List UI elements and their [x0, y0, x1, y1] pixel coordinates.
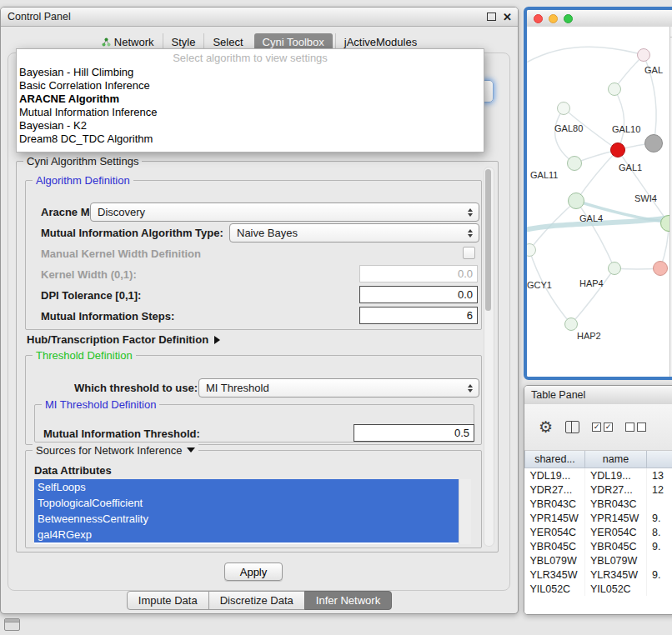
network-view-window: GALGAL80GAL10GAL11GAL1SWI4GAL4GCY1HAP4HA… [524, 7, 672, 380]
close-traffic-light[interactable] [534, 14, 543, 23]
table-row[interactable]: YBR045CYBR045C9. [525, 539, 672, 553]
graph-node[interactable] [608, 262, 621, 275]
table-row[interactable]: YLR345WYLR345W9. [525, 568, 672, 582]
dpi-tolerance-label: DPI Tolerance [0,1]: [41, 289, 141, 302]
settings-group-title: Cyni Algorithm Settings [23, 155, 142, 168]
hub-definition-label: Hub/Transcription Factor Definition [27, 333, 208, 346]
column-header-shared-name[interactable]: shared... [525, 451, 585, 468]
which-threshold-select[interactable]: MI Threshold [198, 378, 479, 398]
cyni-algorithm-settings-group: Cyni Algorithm Settings Algorithm Defini… [16, 161, 499, 552]
zoom-traffic-light[interactable] [564, 14, 573, 23]
graph-node[interactable] [610, 142, 625, 158]
settings-scrollbar-thumb[interactable] [485, 169, 491, 311]
sources-group: Sources for Network Inference Data Attri… [25, 450, 482, 548]
algorithm-definition-group: Algorithm Definition Aracne Mode: Discov… [25, 180, 482, 330]
graph-node[interactable] [557, 102, 570, 115]
table-panel-toolbar: ⚙ ✓ ✓ [524, 404, 672, 451]
hub-definition-expander[interactable]: Hub/Transcription Factor Definition [27, 333, 220, 346]
mi-threshold-definition-group: MI Threshold Definition Mutual Informati… [34, 404, 474, 442]
apply-button[interactable]: Apply [224, 562, 283, 581]
attribute-item-selected[interactable]: gal4RGexp [34, 527, 459, 542]
data-attributes-label: Data Attributes [34, 464, 112, 477]
graph-node-label: GCY1 [527, 280, 552, 290]
dpi-tolerance-field[interactable] [359, 286, 478, 303]
table-row[interactable]: YBR043CYBR043C [525, 497, 672, 511]
algorithm-definition-title: Algorithm Definition [33, 174, 133, 187]
mi-threshold-label: Mutual Information Threshold: [43, 428, 200, 440]
table-panel-window: Table Panel ⚙ ✓ ✓ shared... name [524, 385, 672, 615]
graph-node[interactable] [653, 261, 668, 276]
graph-node-label: HAP2 [577, 331, 601, 341]
table-row[interactable]: YBL079WYBL079W [525, 553, 672, 568]
network-window-titlebar[interactable] [527, 10, 672, 28]
attribute-item-selected[interactable]: TopologicalCoefficient [34, 495, 459, 511]
minimize-traffic-light[interactable] [549, 14, 558, 23]
screen: Control Panel ✕ Network Style Select Cyn… [0, 0, 672, 635]
data-attributes-list: SelfLoops TopologicalCoefficient Between… [34, 479, 471, 544]
sources-title: Sources for Network Inference [33, 444, 198, 457]
restore-panel-icon[interactable] [4, 618, 20, 631]
cyni-mode-tabs: Impute Data Discretize Data Infer Networ… [1, 591, 518, 610]
dropdown-item-highlighted[interactable]: ARACNE Algorithm [17, 92, 484, 106]
manual-kernel-width-checkbox[interactable] [463, 247, 475, 259]
network-tab-icon [102, 38, 111, 47]
collapse-down-icon [187, 448, 195, 452]
mi-steps-field[interactable] [359, 307, 478, 324]
mi-steps-label: Mutual Information Steps: [41, 310, 174, 322]
combo-arrows-icon [464, 229, 476, 238]
close-icon[interactable]: ✕ [503, 12, 512, 22]
select-all-columns-icon[interactable]: ✓ ✓ [592, 422, 613, 432]
node-table: shared... name YDL19...YDL19...13YDR27..… [524, 451, 672, 614]
graph-node-label: GAL11 [530, 170, 558, 180]
kernel-width-field[interactable] [359, 265, 478, 282]
table-row[interactable]: YIL052CYIL052C [525, 582, 672, 596]
network-canvas[interactable]: GALGAL80GAL10GAL11GAL1SWI4GAL4GCY1HAP4HA… [527, 27, 672, 377]
settings-scrollbar[interactable] [484, 167, 494, 547]
dropdown-item[interactable]: Bayesian - Hill Climbing [17, 66, 484, 79]
combo-arrows-icon [464, 208, 476, 217]
combo-arrows-icon [464, 384, 476, 392]
dropdown-item[interactable]: Bayesian - K2 [17, 119, 484, 132]
control-panel-title: Control Panel [1, 11, 71, 22]
manual-kernel-width-label: Manual Kernel Width Definition [41, 248, 201, 260]
attribute-list-scrollbar[interactable] [459, 479, 471, 544]
graph-node[interactable] [644, 134, 663, 152]
table-row[interactable]: YDL19...YDL19...13 [525, 468, 672, 483]
table-row[interactable]: YER054CYER054C8. [525, 525, 672, 539]
tab-impute-data[interactable]: Impute Data [127, 591, 209, 610]
aracne-mode-select[interactable]: Discovery [90, 202, 479, 222]
column-header-cut[interactable] [647, 451, 672, 468]
attribute-item-selected[interactable]: BetweennessCentrality [34, 511, 459, 527]
algorithm-dropdown-popup: Select algorithm to view settings Bayesi… [16, 48, 484, 152]
mi-algorithm-type-select[interactable]: Naive Bayes [229, 223, 479, 242]
column-chooser-icon[interactable] [565, 421, 579, 433]
graph-node-label: GAL [644, 65, 663, 75]
table-row[interactable]: YDR27...YDR27...12 [525, 482, 672, 497]
attribute-item-selected[interactable]: SelfLoops [34, 479, 459, 495]
expand-right-icon [214, 336, 220, 344]
dropdown-item[interactable]: Mutual Information Inference [17, 106, 484, 119]
node-table-body: YDL19...YDL19...13YDR27...YDR27...12YBR0… [525, 468, 672, 597]
table-panel-titlebar[interactable]: Table Panel [524, 386, 672, 405]
graph-node-label: GAL4 [579, 213, 603, 223]
dropdown-item[interactable]: Basic Correlation Inference [17, 79, 484, 92]
table-row[interactable]: YPR145WYPR145W9. [525, 511, 672, 525]
graph-node-label: HAP4 [579, 278, 604, 288]
tab-infer-network[interactable]: Infer Network [304, 591, 392, 610]
graph-node[interactable] [608, 82, 621, 96]
graph-node[interactable] [567, 156, 582, 171]
kernel-width-label: Kernel Width (0,1): [41, 268, 137, 281]
graph-node[interactable] [564, 318, 578, 331]
graph-node[interactable] [637, 48, 650, 62]
tab-discretize-data[interactable]: Discretize Data [208, 591, 305, 610]
mi-threshold-field[interactable] [354, 424, 474, 442]
dropdown-item[interactable]: Dream8 DC_TDC Algorithm [17, 132, 484, 146]
gear-icon[interactable]: ⚙ [539, 419, 553, 435]
graph-node-label: SWI4 [634, 193, 657, 203]
graph-node-label: GAL1 [619, 162, 642, 172]
float-window-icon[interactable] [487, 12, 496, 21]
graph-node[interactable] [568, 192, 584, 209]
column-header-name[interactable]: name [585, 451, 647, 468]
control-panel-titlebar[interactable]: Control Panel ✕ [1, 8, 518, 27]
deselect-all-columns-icon[interactable] [625, 422, 646, 432]
